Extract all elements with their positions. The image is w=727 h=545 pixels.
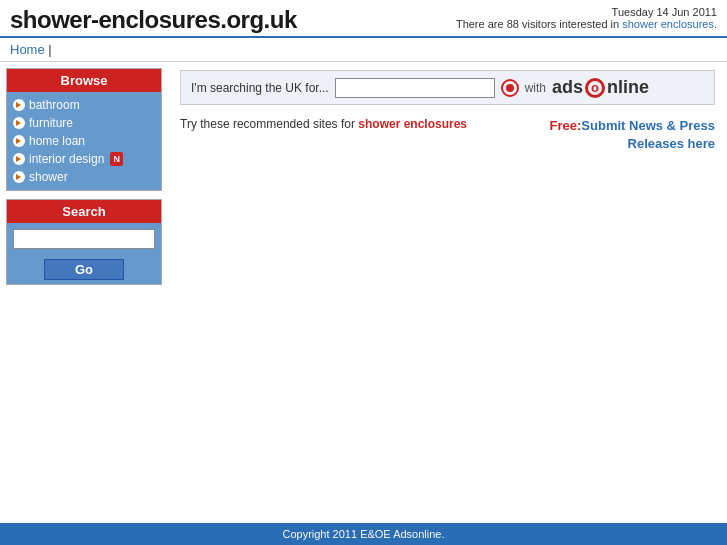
ads-prefix: ads bbox=[552, 77, 583, 98]
copyright-text: Copyright 2011 E&OE Adsonline. bbox=[282, 528, 444, 540]
browse-link-bathroom[interactable]: bathroom bbox=[29, 98, 80, 112]
list-item[interactable]: interior design N bbox=[7, 150, 161, 168]
arrow-icon bbox=[13, 117, 25, 129]
go-button[interactable]: Go bbox=[44, 259, 124, 280]
arrow-icon bbox=[13, 153, 25, 165]
submit-label: Submit News & Press bbox=[581, 118, 715, 133]
browse-link-shower[interactable]: shower bbox=[29, 170, 68, 184]
new-badge: N bbox=[110, 152, 123, 166]
browse-list: bathroom furniture home loan interior de… bbox=[7, 92, 161, 190]
visitors-info: There are 88 visitors interested in show… bbox=[456, 18, 717, 30]
list-item[interactable]: home loan bbox=[7, 132, 161, 150]
main-layout: Browse bathroom furniture home loan inte… bbox=[0, 62, 727, 523]
date-text: Tuesday 14 Jun 2011 bbox=[456, 6, 717, 18]
nav-separator: | bbox=[48, 42, 51, 57]
browse-link-interior-design[interactable]: interior design bbox=[29, 152, 104, 166]
arrow-icon bbox=[13, 99, 25, 111]
visitors-text: There are 88 visitors interested in bbox=[456, 18, 622, 30]
go-button-area: Go bbox=[7, 255, 161, 284]
list-item[interactable]: bathroom bbox=[7, 96, 161, 114]
nav-bar: Home | bbox=[0, 38, 727, 62]
visitors-end: . bbox=[714, 18, 717, 30]
radio-icon bbox=[501, 79, 519, 97]
list-item[interactable]: furniture bbox=[7, 114, 161, 132]
browse-box: Browse bathroom furniture home loan inte… bbox=[6, 68, 162, 191]
content: I'm searching the UK for... with adsonli… bbox=[168, 62, 727, 523]
arrow-icon bbox=[13, 171, 25, 183]
search-input[interactable] bbox=[13, 229, 155, 249]
browse-header: Browse bbox=[7, 69, 161, 92]
adsonline-logo: adsonline bbox=[552, 77, 649, 98]
uk-search-input[interactable] bbox=[335, 78, 495, 98]
search-label: I'm searching the UK for... bbox=[191, 81, 329, 95]
recommended-sites: Try these recommended sites for shower e… bbox=[180, 117, 467, 131]
ads-o: o bbox=[585, 78, 605, 98]
recommended-prefix: Try these recommended sites for bbox=[180, 117, 358, 131]
browse-link-home-loan[interactable]: home loan bbox=[29, 134, 85, 148]
home-link[interactable]: Home bbox=[10, 42, 45, 57]
recommended-link[interactable]: shower enclosures bbox=[358, 117, 467, 131]
ads-suffix: nline bbox=[607, 77, 649, 98]
visitors-link[interactable]: shower enclosures bbox=[622, 18, 714, 30]
free-label: Free: bbox=[550, 118, 582, 133]
content-top: Try these recommended sites for shower e… bbox=[180, 117, 715, 153]
site-title: shower-enclosures.org.uk bbox=[10, 6, 297, 34]
search-input-area bbox=[7, 223, 161, 255]
browse-link-furniture[interactable]: furniture bbox=[29, 116, 73, 130]
press-line2: Releases here bbox=[550, 135, 715, 153]
header: shower-enclosures.org.uk Tuesday 14 Jun … bbox=[0, 0, 727, 38]
with-label: with bbox=[525, 81, 546, 95]
footer: Copyright 2011 E&OE Adsonline. bbox=[0, 523, 727, 545]
search-header: Search bbox=[7, 200, 161, 223]
press-line1: Free:Submit News & Press bbox=[550, 117, 715, 135]
sidebar: Browse bathroom furniture home loan inte… bbox=[0, 62, 168, 523]
uk-search-bar: I'm searching the UK for... with adsonli… bbox=[180, 70, 715, 105]
search-box: Search Go bbox=[6, 199, 162, 285]
arrow-icon bbox=[13, 135, 25, 147]
releases-label: Releases here bbox=[628, 136, 715, 151]
press-release: Free:Submit News & Press Releases here bbox=[550, 117, 715, 153]
list-item[interactable]: shower bbox=[7, 168, 161, 186]
header-info: Tuesday 14 Jun 2011 There are 88 visitor… bbox=[456, 6, 717, 30]
